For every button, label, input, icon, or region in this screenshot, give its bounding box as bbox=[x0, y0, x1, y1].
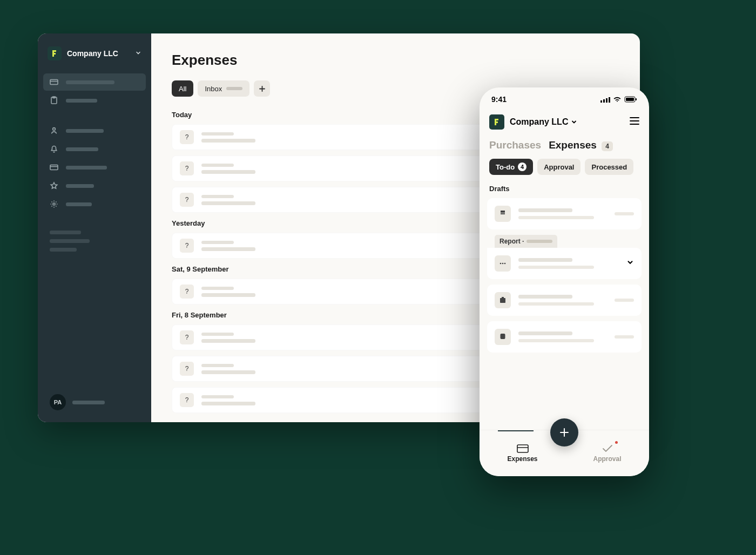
bell-icon bbox=[50, 145, 58, 153]
sidebar-item-people[interactable] bbox=[43, 122, 146, 139]
user-menu[interactable]: PA bbox=[43, 391, 146, 412]
drafts-list: Report · bbox=[480, 198, 649, 358]
sidebar-item-label bbox=[66, 147, 98, 151]
sidebar-item-settings[interactable] bbox=[43, 195, 146, 213]
add-filter-button[interactable] bbox=[254, 80, 270, 97]
svg-point-4 bbox=[53, 128, 56, 131]
more-icon bbox=[495, 255, 511, 272]
chair-icon bbox=[495, 206, 511, 222]
sidebar-item-favorites[interactable] bbox=[43, 177, 146, 194]
active-tab-indicator bbox=[498, 430, 534, 431]
badge: 4 bbox=[602, 141, 613, 151]
list-item[interactable] bbox=[487, 285, 642, 316]
company-switcher[interactable]: Company LLC bbox=[510, 117, 577, 127]
add-button[interactable] bbox=[550, 418, 578, 446]
sidebar-item-label[interactable] bbox=[50, 239, 90, 243]
svg-rect-14 bbox=[636, 98, 637, 100]
list-item[interactable] bbox=[487, 248, 642, 279]
pill-processed[interactable]: Processed bbox=[585, 159, 633, 175]
svg-rect-0 bbox=[50, 80, 58, 85]
svg-point-19 bbox=[502, 263, 504, 265]
unknown-icon: ? bbox=[180, 393, 194, 407]
sidebar-item-label[interactable] bbox=[50, 248, 77, 252]
tab-purchases[interactable]: Purchases bbox=[489, 139, 541, 151]
sidebar-item-label bbox=[66, 80, 114, 84]
page-title: Expenses bbox=[172, 52, 619, 69]
filter-all[interactable]: All bbox=[172, 80, 193, 97]
card-icon bbox=[517, 444, 529, 453]
user-name bbox=[72, 401, 105, 404]
svg-rect-13 bbox=[626, 98, 634, 101]
sidebar-item-label bbox=[66, 202, 92, 206]
train-icon bbox=[495, 329, 511, 345]
sidebar-item-label[interactable] bbox=[50, 231, 81, 234]
unknown-icon: ? bbox=[180, 161, 194, 175]
bottom-nav: Expenses Approval bbox=[480, 430, 649, 476]
sidebar: Company LLC bbox=[38, 33, 151, 422]
battery-icon bbox=[624, 96, 637, 103]
sidebar-item-label bbox=[66, 129, 104, 133]
unknown-icon: ? bbox=[180, 285, 194, 299]
sidebar-footer-links bbox=[43, 226, 146, 256]
mobile-header: Company LLC bbox=[480, 111, 649, 139]
list-item[interactable] bbox=[487, 321, 642, 353]
cell-signal-icon bbox=[600, 97, 610, 103]
pill-todo[interactable]: To-do 4 bbox=[489, 159, 533, 175]
unknown-icon: ? bbox=[180, 362, 194, 376]
clipboard-icon bbox=[50, 96, 58, 105]
menu-button[interactable] bbox=[630, 117, 639, 127]
company-switcher[interactable]: Company LLC bbox=[43, 43, 146, 64]
svg-rect-5 bbox=[50, 165, 58, 170]
sidebar-item-label bbox=[66, 166, 107, 170]
luggage-icon bbox=[495, 292, 511, 308]
unknown-icon: ? bbox=[180, 330, 194, 344]
card-icon bbox=[50, 163, 58, 172]
user-icon bbox=[50, 126, 58, 135]
tab-row: Purchases Expenses 4 bbox=[480, 139, 649, 159]
avatar: PA bbox=[50, 394, 66, 410]
company-name: Company LLC bbox=[67, 49, 135, 58]
card-icon bbox=[50, 78, 58, 86]
wifi-icon bbox=[613, 97, 622, 103]
unknown-icon: ? bbox=[180, 193, 194, 207]
sidebar-item-expenses[interactable] bbox=[43, 73, 146, 91]
sidebar-item-label bbox=[66, 184, 94, 188]
status-time: 9:41 bbox=[491, 95, 507, 104]
svg-point-7 bbox=[53, 203, 55, 205]
bottom-nav-approval[interactable]: Approval bbox=[593, 444, 622, 463]
logo-icon bbox=[48, 46, 62, 60]
chevron-down-icon bbox=[571, 119, 577, 125]
svg-point-24 bbox=[503, 337, 504, 339]
sidebar-item-cards[interactable] bbox=[43, 159, 146, 176]
svg-rect-9 bbox=[603, 99, 605, 103]
list-item[interactable] bbox=[487, 198, 642, 229]
svg-point-18 bbox=[500, 263, 502, 265]
status-pill-row: To-do 4 Approval Processed bbox=[480, 159, 649, 185]
notification-dot bbox=[615, 441, 618, 444]
sidebar-item-notifications[interactable] bbox=[43, 140, 146, 158]
sidebar-item-label bbox=[66, 99, 97, 103]
svg-rect-8 bbox=[600, 100, 602, 103]
bottom-nav-expenses[interactable]: Expenses bbox=[507, 444, 537, 463]
tab-expenses[interactable]: Expenses 4 bbox=[549, 139, 613, 151]
filter-inbox[interactable]: Inbox bbox=[198, 80, 249, 97]
star-icon bbox=[50, 181, 58, 190]
unknown-icon: ? bbox=[180, 239, 194, 253]
svg-rect-10 bbox=[606, 98, 608, 103]
svg-rect-22 bbox=[501, 334, 505, 339]
svg-rect-11 bbox=[609, 97, 610, 103]
chevron-down-icon bbox=[135, 49, 141, 58]
sidebar-item-reports[interactable] bbox=[43, 92, 146, 109]
check-icon bbox=[602, 444, 613, 453]
status-icons bbox=[600, 96, 637, 103]
section-label: Drafts bbox=[480, 185, 649, 193]
pill-approval[interactable]: Approval bbox=[537, 159, 580, 175]
svg-point-20 bbox=[504, 263, 506, 265]
logo-icon bbox=[489, 114, 504, 130]
unknown-icon: ? bbox=[180, 130, 194, 144]
svg-rect-25 bbox=[517, 445, 528, 452]
svg-rect-21 bbox=[500, 298, 505, 303]
report-chip[interactable]: Report · bbox=[495, 235, 557, 248]
status-bar: 9:41 bbox=[480, 87, 649, 111]
gear-icon bbox=[50, 200, 58, 208]
